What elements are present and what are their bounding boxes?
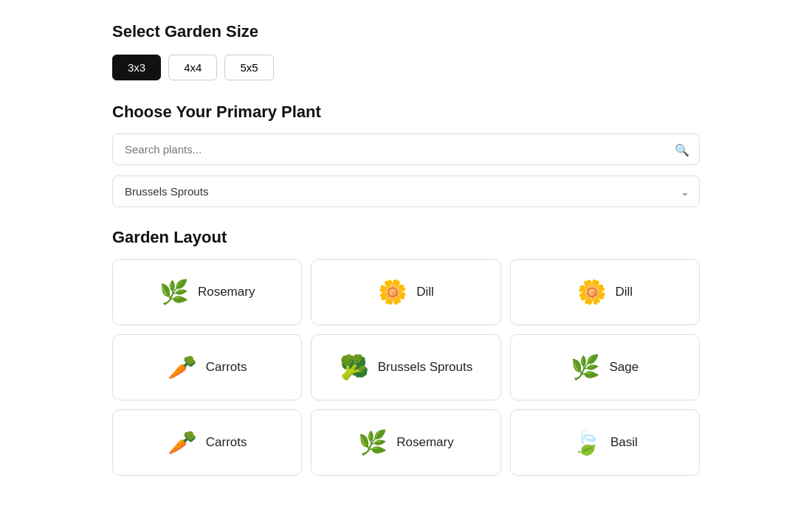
garden-cell[interactable]: 🍃Basil — [510, 409, 700, 476]
garden-cell[interactable]: 🥦Brussels Sprouts — [311, 334, 500, 400]
size-button-5x5[interactable]: 5x5 — [224, 55, 273, 80]
search-input[interactable] — [112, 133, 700, 165]
plant-icon: 🌿 — [571, 355, 600, 379]
plant-name-label: Dill — [616, 285, 633, 299]
garden-cell[interactable]: 🥕Carrots — [112, 409, 302, 476]
garden-cell[interactable]: 🌿Sage — [510, 334, 700, 400]
plant-icon: 🌼 — [378, 280, 407, 304]
size-button-4x4[interactable]: 4x4 — [168, 55, 217, 80]
search-container: 🔍 — [112, 133, 700, 165]
garden-cell[interactable]: 🥕Carrots — [112, 334, 302, 400]
plant-name-label: Dill — [416, 285, 434, 299]
plant-name-label: Sage — [609, 360, 639, 375]
plant-icon: 🌿 — [358, 431, 388, 454]
plant-name-label: Basil — [610, 435, 638, 450]
plant-name-label: Rosemary — [198, 285, 255, 299]
plant-icon: 🥦 — [340, 355, 369, 379]
garden-cell[interactable]: 🌼Dill — [311, 259, 500, 325]
garden-cell[interactable]: 🌼Dill — [510, 259, 700, 325]
garden-cell[interactable]: 🌿Rosemary — [112, 259, 302, 325]
plant-name-label: Carrots — [206, 435, 247, 450]
plant-dropdown[interactable]: Brussels Sprouts Rosemary Dill Carrots S… — [112, 176, 700, 207]
plant-name-label: Carrots — [206, 360, 247, 375]
primary-plant-title: Choose Your Primary Plant — [112, 103, 700, 122]
plant-icon: 🥕 — [168, 431, 197, 454]
search-icon: 🔍 — [675, 142, 689, 156]
garden-size-title: Select Garden Size — [112, 22, 700, 41]
plant-name-label: Brussels Sprouts — [378, 360, 473, 375]
plant-name-label: Rosemary — [396, 435, 453, 450]
plant-dropdown-container: Brussels Sprouts Rosemary Dill Carrots S… — [112, 176, 700, 207]
plant-icon: 🍃 — [572, 431, 602, 454]
plant-icon: 🌿 — [159, 280, 189, 304]
garden-grid: 🌿Rosemary🌼Dill🌼Dill🥕Carrots🥦Brussels Spr… — [112, 259, 700, 476]
plant-icon: 🥕 — [168, 355, 197, 379]
garden-layout-title: Garden Layout — [112, 228, 700, 247]
size-button-3x3[interactable]: 3x3 — [112, 55, 161, 80]
garden-cell[interactable]: 🌿Rosemary — [311, 409, 500, 476]
size-button-group: 3x3 4x4 5x5 — [112, 55, 700, 80]
plant-icon: 🌼 — [577, 280, 607, 304]
